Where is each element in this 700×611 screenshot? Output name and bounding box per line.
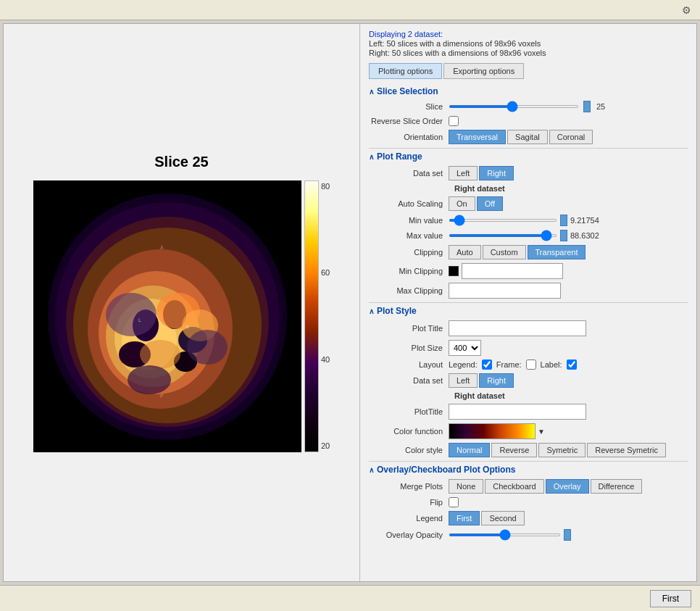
legend-second-btn[interactable]: Second: [481, 511, 524, 525]
dataset2-right-btn[interactable]: Right: [479, 373, 514, 388]
clipping-transparent-btn[interactable]: Transparent: [528, 245, 586, 259]
clipping-auto-btn[interactable]: Auto: [449, 245, 481, 259]
legend-first-btn[interactable]: First: [449, 511, 480, 525]
orientation-label: Orientation: [369, 133, 449, 141]
orientation-group: Transversal Sagital Coronal: [449, 130, 593, 144]
slice-label: Slice: [369, 102, 449, 111]
overlay-opacity-slider[interactable]: [449, 533, 561, 536]
frame-checkbox[interactable]: [526, 359, 536, 370]
section-plot-range: ∧ Plot Range Data set Left Right Right d…: [369, 151, 688, 299]
svg-point-17: [140, 340, 180, 369]
min-clipping-label: Min Clipping: [369, 267, 449, 275]
section-plot-style-header[interactable]: ∧ Plot Style: [369, 306, 688, 316]
gear-icon[interactable]: ⚙: [682, 4, 691, 16]
merge-none-btn[interactable]: None: [449, 479, 483, 494]
plot-size-select[interactable]: 200 300 400 500 600: [449, 340, 481, 356]
clipping-label: Clipping: [369, 248, 449, 257]
max-clipping-input[interactable]: [449, 283, 561, 299]
dataset2-left-btn[interactable]: Left: [449, 373, 478, 388]
tab-plotting[interactable]: Plotting options: [369, 63, 442, 79]
svg-text:R: R: [186, 325, 189, 330]
slice-slider[interactable]: [449, 105, 579, 108]
min-value-label: Min value: [369, 216, 449, 225]
color-dropdown-arrow[interactable]: ▼: [538, 428, 545, 436]
dataset-right-btn[interactable]: Right: [479, 166, 514, 180]
colorbar-area: 80 60 40 20: [304, 180, 330, 452]
auto-scaling-label: Auto Scaling: [369, 199, 449, 208]
color-style-reverse-btn[interactable]: Reverse: [491, 443, 537, 457]
overlay-opacity-label: Overlay Opacity: [369, 531, 449, 539]
first-button[interactable]: First: [650, 590, 691, 607]
merge-overlay-btn[interactable]: Overlay: [546, 479, 589, 494]
section-slice-header[interactable]: ∧ Slice Selection: [369, 86, 688, 96]
color-gradient-btn[interactable]: [449, 423, 536, 439]
colorbar-label-80: 80: [321, 182, 330, 191]
slice-value-indicator: [583, 101, 591, 112]
section-plot-range-header[interactable]: ∧ Plot Range: [369, 151, 688, 162]
info-line1: Displaying 2 dataset:: [369, 30, 688, 38]
svg-text:A: A: [160, 245, 164, 250]
max-clipping-label: Max Clipping: [369, 286, 449, 295]
legend-checkbox[interactable]: [482, 359, 492, 370]
info-line3: Right: 50 slices with a dimensions of 98…: [369, 49, 688, 57]
chevron-down-icon-4: ∧: [369, 466, 374, 474]
orientation-transversal[interactable]: Transversal: [449, 130, 506, 144]
max-value-slider[interactable]: [449, 234, 557, 237]
colorbar: [304, 180, 319, 452]
colorbar-label-40: 40: [321, 355, 330, 364]
svg-text:L: L: [138, 317, 141, 323]
layout-label: Layout: [369, 360, 449, 369]
left-panel: Slice 25: [4, 24, 360, 581]
slice-title: Slice 25: [154, 154, 209, 170]
svg-text:P: P: [160, 394, 164, 399]
orientation-coronal[interactable]: Coronal: [549, 130, 593, 144]
chevron-down-icon-2: ∧: [369, 153, 374, 161]
plot-title-input[interactable]: [449, 320, 586, 336]
dataset-label: Data set: [369, 169, 449, 178]
merge-plots-label: Merge Plots: [369, 482, 449, 491]
chevron-down-icon: ∧: [369, 88, 374, 96]
svg-point-19: [187, 330, 228, 365]
merge-difference-btn[interactable]: Difference: [591, 479, 643, 494]
auto-on-btn[interactable]: On: [449, 196, 475, 211]
label-label: Label:: [541, 360, 562, 369]
auto-off-btn[interactable]: Off: [477, 196, 503, 211]
orientation-sagital[interactable]: Sagital: [507, 130, 548, 144]
plottitle-input[interactable]: [449, 404, 586, 420]
flip-label: Flip: [369, 498, 449, 507]
flip-checkbox[interactable]: [449, 497, 459, 507]
max-value-label: Max value: [369, 231, 449, 240]
right-dataset-label: Right dataset: [369, 184, 505, 193]
dataset2-label: Data set: [369, 376, 449, 385]
dataset-left-btn[interactable]: Left: [449, 166, 478, 180]
svg-point-20: [128, 365, 171, 394]
tab-bar: Plotting options Exporting options: [369, 63, 688, 79]
min-value-slider[interactable]: [449, 219, 557, 222]
slice-value: 25: [596, 102, 605, 111]
min-clipping-input[interactable]: [462, 263, 563, 279]
reverse-order-label: Reverse Slice Order: [369, 117, 449, 125]
tab-exporting[interactable]: Exporting options: [443, 63, 524, 79]
merge-checkboard-btn[interactable]: Checkboard: [485, 479, 543, 494]
color-style-rev-symetric-btn[interactable]: Reverse Symetric: [587, 443, 666, 457]
color-style-label: Color style: [369, 446, 449, 454]
color-style-normal-btn[interactable]: Normal: [449, 443, 490, 457]
colorbar-label-60: 60: [321, 268, 330, 277]
section-overlay-header[interactable]: ∧ Overlay/Checkboard Plot Options: [369, 465, 688, 475]
reverse-order-checkbox[interactable]: [449, 116, 459, 126]
section-overlay: ∧ Overlay/Checkboard Plot Options Merge …: [369, 465, 688, 541]
section-slice-selection: ∧ Slice Selection Slice 25 Reverse Slice…: [369, 86, 688, 144]
legend-label-2: Legend: [369, 514, 449, 523]
colorbar-label-20: 20: [321, 441, 330, 450]
chevron-down-icon-3: ∧: [369, 307, 374, 315]
frame-label: Frame:: [496, 360, 522, 369]
max-value-display: 88.6302: [570, 231, 599, 240]
legend-label: Legend:: [449, 360, 478, 369]
clipping-custom-btn[interactable]: Custom: [483, 245, 526, 259]
brain-image: L R P A: [33, 180, 301, 452]
right-dataset-label-2: Right dataset: [369, 391, 505, 400]
right-panel: Displaying 2 dataset: Left: 50 slices wi…: [360, 24, 696, 581]
label-checkbox[interactable]: [567, 359, 577, 370]
color-style-symetric-btn[interactable]: Symetric: [538, 443, 586, 457]
svg-point-18: [106, 293, 157, 336]
